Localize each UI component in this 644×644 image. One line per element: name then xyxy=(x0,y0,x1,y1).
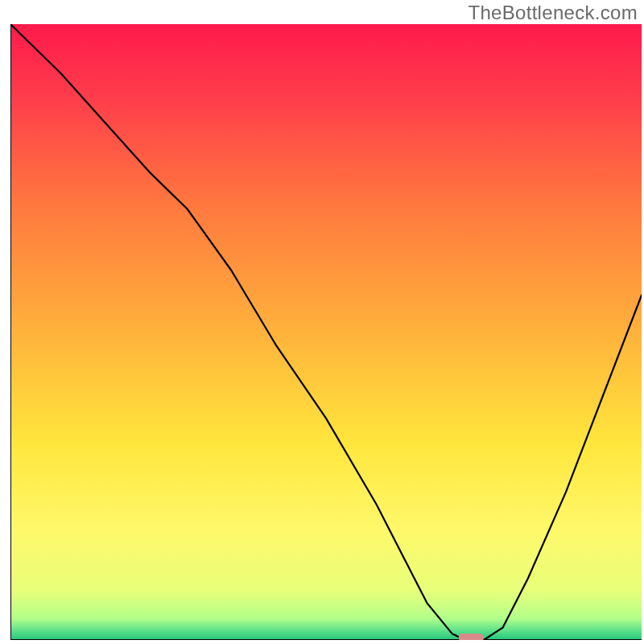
plot-area xyxy=(10,24,642,640)
chart-background xyxy=(10,24,642,640)
chart-svg xyxy=(10,24,642,640)
chart-container: TheBottleneck.com xyxy=(0,0,644,644)
optimal-point-marker xyxy=(459,634,484,640)
watermark-text: TheBottleneck.com xyxy=(468,2,638,24)
